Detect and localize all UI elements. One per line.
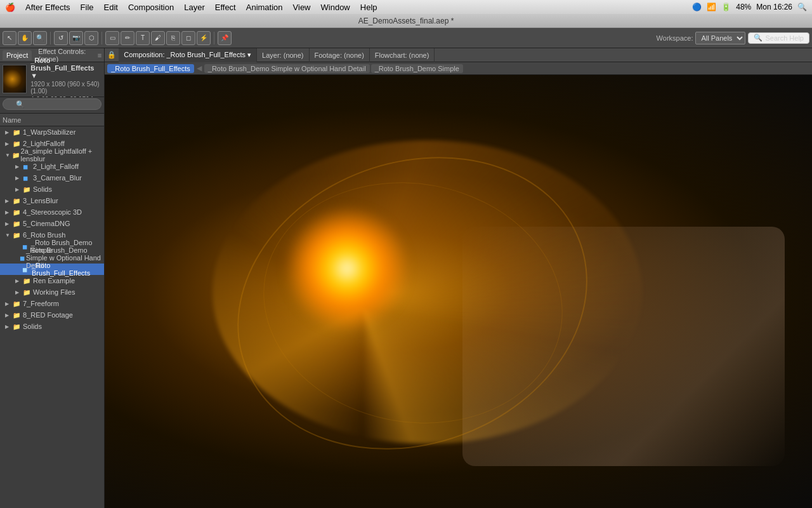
tree-label: 7_Freeform — [23, 300, 59, 307]
tree-item-8_red-footage[interactable]: ▶ 📁 8_RED Footage — [0, 309, 104, 321]
search-help-box[interactable]: 🔍 Search Help — [748, 32, 809, 44]
tree-label: Solids — [23, 323, 42, 330]
toolbar-sep3 — [214, 32, 214, 44]
viewer-tab-full-effects[interactable]: _Roto Brush_Full_Effects — [107, 64, 194, 73]
tree-item-solids[interactable]: ▶ 📁 Solids — [0, 321, 104, 332]
tree-label: 2_LightFalloff — [23, 140, 65, 147]
tree-item-2a_lightfalloff[interactable]: ▼ 📁 2a_simple Lightfalloff + lensblur — [0, 149, 104, 161]
menu-composition[interactable]: Composition — [128, 3, 174, 12]
comp-panel-menu[interactable]: ≡ — [809, 51, 812, 59]
eraser-tool[interactable]: ◻ — [181, 31, 195, 45]
folder-icon: 📁 — [13, 220, 22, 227]
arrow-icon: ▶ — [5, 141, 11, 147]
comp-tab-layer[interactable]: Layer: (none) — [257, 48, 309, 62]
workspace-area: Workspace: All Panels 🔍 Search Help — [657, 32, 809, 44]
arrow-icon: ▶ — [5, 324, 11, 330]
workspace-dropdown[interactable]: All Panels — [695, 32, 745, 44]
arrow-icon: ▶ — [5, 210, 11, 215]
comp-icon: ◼ — [20, 255, 25, 262]
tab-project[interactable]: Project — [3, 50, 32, 60]
arrow-icon: ▶ — [5, 221, 11, 227]
tree-item-3_lensblur[interactable]: ▶ 📁 3_LensBlur — [0, 195, 104, 206]
folder-icon: 📁 — [12, 152, 20, 159]
comp-tab-flowchart[interactable]: Flowchart: (none) — [370, 48, 435, 62]
arrow-icon: ▶ — [5, 312, 11, 318]
comp-icon: ◼ — [23, 163, 32, 170]
tree-item-5_cinemadng[interactable]: ▶ 📁 5_CinemaDNG — [0, 218, 104, 229]
menu-help[interactable]: Help — [360, 3, 377, 12]
tree-item-working-files[interactable]: ▶ 📁 Working Files — [0, 286, 104, 298]
folder-icon: 📁 — [13, 209, 22, 216]
toolbar-sep2 — [102, 32, 102, 44]
project-item-name: _Roto Brush_Full_Effects ▼ — [30, 57, 102, 79]
tree-item-4_stereoscopic[interactable]: ▶ 📁 4_Stereoscopic 3D — [0, 206, 104, 218]
titlebar: AE_DemoAssets_final.aep * — [0, 14, 812, 28]
project-tree: ▶ 📁 1_WarpStabilizer ▶ 📁 2_LightFalloff … — [0, 126, 104, 508]
folder-icon: 📁 — [13, 140, 22, 147]
camera-tool[interactable]: 📷 — [69, 31, 83, 45]
tree-label: 2a_simple Lightfalloff + lensblur — [21, 147, 105, 163]
left-panel: Project Effect Controls: (none) ≡ _Roto … — [0, 48, 105, 508]
arrow-icon: ▶ — [5, 130, 11, 135]
comp-tab-footage[interactable]: Footage: (none) — [310, 48, 370, 62]
menu-edit[interactable]: Edit — [104, 3, 118, 12]
search-icon[interactable]: 🔍 — [797, 3, 807, 11]
toolbar-sep1 — [50, 32, 51, 44]
project-item-meta1: 1920 x 1080 (960 x 540) (1.00) — [30, 81, 102, 95]
project-search-input[interactable] — [3, 98, 102, 110]
arrow-icon: ▶ — [15, 290, 22, 295]
viewer-tab-demo-optional[interactable]: _Roto Brush_Demo Simple w Optional Hand … — [204, 64, 370, 73]
tree-label: 1_WarpStabilizer — [23, 128, 75, 136]
tree-label: 4_Stereoscopic 3D — [23, 208, 82, 216]
puppet-tool[interactable]: 📌 — [218, 31, 232, 45]
tree-item-3_camera_blur[interactable]: ▶ ◼ 3_Camera_Blur — [0, 172, 104, 184]
tree-item-solids-2a[interactable]: ▶ 📁 Solids — [0, 184, 104, 195]
comp-icon: ◼ — [23, 175, 32, 182]
menu-window[interactable]: Window — [321, 3, 350, 12]
menu-after-effects[interactable]: After Effects — [25, 3, 70, 12]
battery-percent: 48% — [736, 3, 751, 11]
tree-item-7_freeform[interactable]: ▶ 📁 7_Freeform — [0, 298, 104, 309]
folder-icon: 📁 — [13, 312, 22, 319]
tree-label: 2_Light_Falloff — [33, 163, 79, 170]
folder-icon: 📁 — [13, 300, 22, 307]
arrow-icon: ▶ — [5, 301, 11, 307]
tree-label: 3_LensBlur — [23, 197, 58, 204]
rotation-tool[interactable]: ↺ — [54, 31, 68, 45]
arrow-icon: ▶ — [5, 198, 11, 204]
viewer-tab-demo-simple[interactable]: _Roto Brush_Demo Simple — [371, 64, 463, 73]
folder-icon: 📁 — [13, 232, 22, 239]
text-tool[interactable]: T — [136, 31, 150, 45]
project-thumbnail — [3, 65, 27, 93]
pan-behind-tool[interactable]: ⬡ — [84, 31, 98, 45]
comp-tabs: 🔒 Composition: _Roto Brush_Full_Effects … — [105, 48, 812, 62]
select-tool[interactable]: ↖ — [3, 31, 16, 45]
brush-tool[interactable]: 🖌 — [151, 31, 165, 45]
tab-arrow-left[interactable]: ◀ — [195, 64, 203, 72]
roto-brush-tool[interactable]: ⚡ — [197, 31, 211, 45]
menu-effect[interactable]: Effect — [215, 3, 236, 12]
arrow-icon: ▶ — [15, 164, 22, 170]
menu-layer[interactable]: Layer — [184, 3, 205, 12]
arrow-icon: ▶ — [15, 187, 22, 192]
hand-tool[interactable]: ✋ — [18, 31, 32, 45]
tree-item-1_warpstabilizer[interactable]: ▶ 📁 1_WarpStabilizer — [0, 126, 104, 138]
arrow-icon: ▶ — [15, 278, 22, 284]
menu-file[interactable]: File — [81, 3, 94, 12]
tree-label: 3_Camera_Blur — [33, 174, 82, 182]
comp-lock-icon: 🔒 — [105, 51, 119, 59]
tree-item-roto-full-effects[interactable]: ◼ _Roto Brush_Full_Effects — [0, 264, 104, 275]
comp-icon: ◼ — [22, 266, 30, 273]
menu-view[interactable]: View — [293, 3, 311, 12]
composition-viewer[interactable] — [105, 75, 812, 508]
menu-animation[interactable]: Animation — [246, 3, 283, 12]
main-content: Project Effect Controls: (none) ≡ _Roto … — [0, 48, 812, 508]
clone-tool[interactable]: ⎘ — [166, 31, 180, 45]
rectangle-tool[interactable]: ▭ — [105, 31, 119, 45]
pen-tool[interactable]: ✏ — [121, 31, 134, 45]
apple-menu[interactable]: 🍎 — [5, 3, 15, 12]
folder-icon: 📁 — [13, 323, 22, 330]
zoom-tool[interactable]: 🔍 — [33, 31, 47, 45]
folder-icon: 📁 — [23, 277, 32, 284]
comp-tab-main[interactable]: Composition: _Roto Brush_Full_Effects ▾ — [119, 48, 257, 62]
